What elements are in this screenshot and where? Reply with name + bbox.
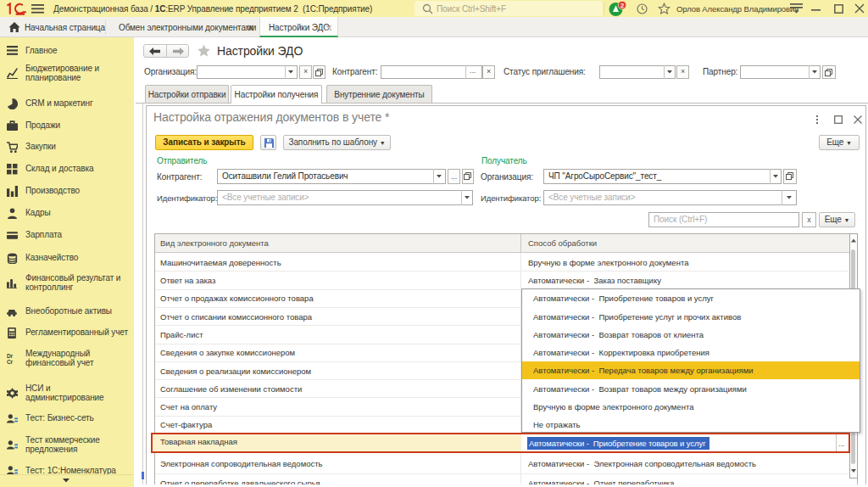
svg-text:2: 2 [620, 2, 624, 9]
svg-text:Dr: Dr [7, 353, 14, 359]
svg-text:Cr: Cr [7, 359, 14, 364]
